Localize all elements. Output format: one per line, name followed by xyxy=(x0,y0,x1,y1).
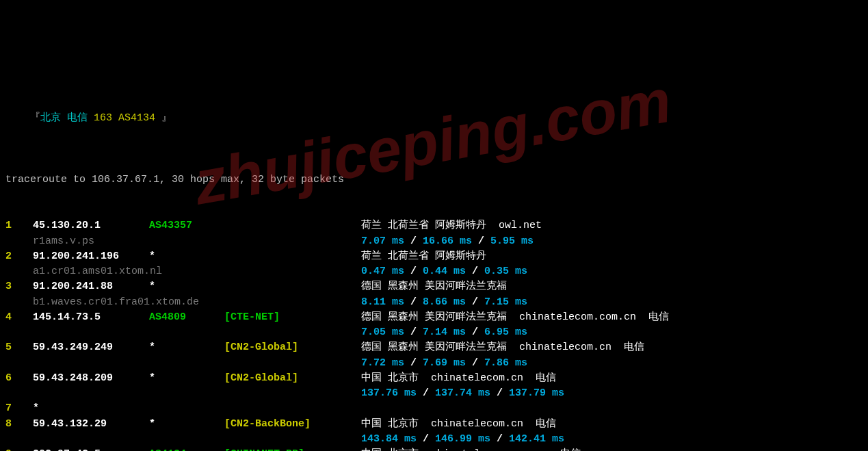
hop-location: 中国 北京市 chinatelecom.cn 电信 xyxy=(361,372,556,384)
rtt-sep: / xyxy=(404,357,423,369)
header-asn: 163 AS4134 xyxy=(94,112,155,124)
hop-rtt: 7.07 ms / 16.66 ms / 5.95 ms xyxy=(361,234,534,250)
hop-rtt: 7.05 ms / 7.14 ms / 6.95 ms xyxy=(361,325,527,341)
rtt-sep: / xyxy=(472,235,490,247)
hop-number: 4 xyxy=(5,310,33,326)
hop-ip: 202.97.42.5 xyxy=(33,447,149,451)
hop-detail-row: a1.cr01.ams01.xtom.nl0.47 ms / 0.44 ms /… xyxy=(5,264,863,279)
hop-row: 559.43.249.249*[CN2-Global]德国 黑森州 美因河畔法兰… xyxy=(5,340,863,356)
rtt-sep: / xyxy=(490,387,509,399)
hop-detail-row: 7.72 ms / 7.69 ms / 7.86 ms xyxy=(5,356,863,371)
hop-row: 859.43.132.29*[CN2-BackBone]中国 北京市 china… xyxy=(5,417,863,433)
hop-asn: * xyxy=(149,371,224,387)
rtt1: 7.72 ms xyxy=(361,357,404,369)
rtt-sep: / xyxy=(466,266,484,277)
hop-rtt: 7.72 ms / 7.69 ms / 7.86 ms xyxy=(361,356,527,372)
rtt-sep: / xyxy=(466,296,484,308)
rtt3: 7.86 ms xyxy=(484,357,527,369)
rtt3: 5.95 ms xyxy=(490,235,534,247)
hop-number: 5 xyxy=(5,340,33,356)
rtt3: 142.41 ms xyxy=(509,433,564,445)
header-line: 『北京 电信 163 AS4134 』 xyxy=(5,95,863,142)
hop-asn: AS43357 xyxy=(149,218,224,234)
hop-number: 6 xyxy=(5,371,33,387)
rtt-sep: / xyxy=(404,235,423,247)
hop-rtt: 8.11 ms / 8.66 ms / 7.15 ms xyxy=(361,295,527,311)
header-close-bracket: 』 xyxy=(161,112,172,124)
rtt-sep: / xyxy=(417,387,435,399)
hop-row: 145.130.20.1AS43357荷兰 北荷兰省 阿姆斯特丹 owl.net xyxy=(5,218,863,234)
hop-reverse-dns: r1ams.v.ps xyxy=(33,234,94,250)
rtt1: 7.05 ms xyxy=(361,326,404,338)
rtt-sep: / xyxy=(490,433,509,445)
hop-location: 荷兰 北荷兰省 阿姆斯特丹 owl.net xyxy=(361,220,542,231)
hop-detail-row: 137.76 ms / 137.74 ms / 137.79 ms xyxy=(5,386,863,401)
rtt2: 146.99 ms xyxy=(435,433,490,445)
hop-number: 9 xyxy=(5,447,33,451)
hop-number: 7 xyxy=(5,401,33,417)
rtt-sep: / xyxy=(404,326,423,338)
hop-location: 中国 北京市 chinatelecom.com.cn 电信 xyxy=(361,448,581,451)
hop-row: 9202.97.42.5AS4134[CHINANET-BB]中国 北京市 ch… xyxy=(5,447,863,451)
hop-number: 1 xyxy=(5,218,33,234)
traceroute-command-line: traceroute to 106.37.67.1, 30 hops max, … xyxy=(5,172,863,188)
hop-number: 2 xyxy=(5,249,33,265)
hop-rtt: 143.84 ms / 146.99 ms / 142.41 ms xyxy=(361,432,564,448)
header-open-bracket: 『 xyxy=(30,112,40,124)
hop-star: * xyxy=(33,402,39,414)
rtt-sep: / xyxy=(404,296,423,308)
rtt3: 0.35 ms xyxy=(484,266,527,277)
header-location: 北京 电信 xyxy=(40,112,88,124)
hop-detail-row: 143.84 ms / 146.99 ms / 142.41 ms xyxy=(5,432,863,447)
rtt3: 7.15 ms xyxy=(484,296,527,308)
hops-list: 145.130.20.1AS43357荷兰 北荷兰省 阿姆斯特丹 owl.net… xyxy=(5,218,863,451)
hop-tag: [CN2-Global] xyxy=(224,340,361,356)
hop-location: 德国 黑森州 美因河畔法兰克福 xyxy=(361,281,507,292)
hop-location: 德国 黑森州 美因河畔法兰克福 chinatelecom.cn 电信 xyxy=(361,342,644,353)
rtt2: 137.74 ms xyxy=(435,387,490,399)
hop-asn: * xyxy=(149,279,224,295)
hop-tag: [CN2-BackBone] xyxy=(224,417,361,433)
hop-asn: * xyxy=(149,249,224,265)
rtt-sep: / xyxy=(417,433,435,445)
hop-detail-row: r1ams.v.ps7.07 ms / 16.66 ms / 5.95 ms xyxy=(5,234,863,249)
hop-rtt: 0.47 ms / 0.44 ms / 0.35 ms xyxy=(361,264,527,280)
terminal-output: 『北京 电信 163 AS4134 』 traceroute to 106.37… xyxy=(5,64,863,451)
hop-ip: 45.130.20.1 xyxy=(33,218,149,234)
hop-asn: AS4809 xyxy=(149,310,224,326)
hop-ip: 59.43.249.249 xyxy=(33,340,149,356)
hop-detail-row: b1.waves.cr01.fra01.xtom.de8.11 ms / 8.6… xyxy=(5,295,863,310)
hop-number: 8 xyxy=(5,417,33,433)
rtt1: 143.84 ms xyxy=(361,433,417,445)
hop-ip: 59.43.248.209 xyxy=(33,371,149,387)
rtt2: 8.66 ms xyxy=(423,296,466,308)
rtt3: 137.79 ms xyxy=(509,387,564,399)
rtt-sep: / xyxy=(404,266,423,277)
rtt1: 137.76 ms xyxy=(361,387,417,399)
hop-tag: [CHINANET-BB] xyxy=(224,447,361,451)
hop-row: 291.200.241.196*荷兰 北荷兰省 阿姆斯特丹 xyxy=(5,249,863,265)
hop-asn: * xyxy=(149,340,224,356)
rtt-sep: / xyxy=(466,357,484,369)
hop-ip: 91.200.241.196 xyxy=(33,249,149,265)
hop-reverse-dns: b1.waves.cr01.fra01.xtom.de xyxy=(33,295,199,311)
hop-row: 4145.14.73.5AS4809[CTE-NET]德国 黑森州 美因河畔法兰… xyxy=(5,310,863,326)
rtt1: 7.07 ms xyxy=(361,235,404,247)
hop-row: 659.43.248.209*[CN2-Global]中国 北京市 chinat… xyxy=(5,371,863,387)
hop-number: 3 xyxy=(5,279,33,295)
hop-row: 7* xyxy=(5,401,863,417)
rtt2: 7.69 ms xyxy=(423,357,466,369)
rtt3: 6.95 ms xyxy=(484,326,527,338)
rtt2: 16.66 ms xyxy=(423,235,472,247)
hop-location: 荷兰 北荷兰省 阿姆斯特丹 xyxy=(361,250,486,262)
hop-row: 391.200.241.88*德国 黑森州 美因河畔法兰克福 xyxy=(5,279,863,295)
rtt2: 7.14 ms xyxy=(423,326,466,338)
hop-tag: [CN2-Global] xyxy=(224,371,361,387)
hop-location: 中国 北京市 chinatelecom.cn 电信 xyxy=(361,418,556,430)
hop-asn: AS4134 xyxy=(149,447,224,451)
hop-detail-row: 7.05 ms / 7.14 ms / 6.95 ms xyxy=(5,325,863,340)
hop-ip: 145.14.73.5 xyxy=(33,310,149,326)
rtt1: 0.47 ms xyxy=(361,266,404,277)
rtt-sep: / xyxy=(466,326,484,338)
hop-rtt: 137.76 ms / 137.74 ms / 137.79 ms xyxy=(361,386,564,402)
